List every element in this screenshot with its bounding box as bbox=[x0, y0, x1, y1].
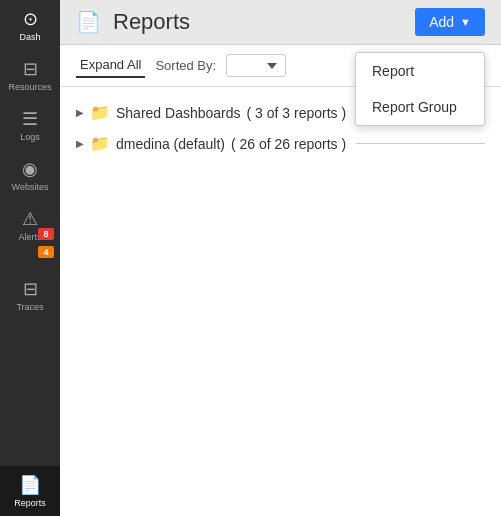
page-header-icon: 📄 bbox=[76, 10, 101, 34]
sorted-by-label: Sorted By: bbox=[155, 58, 216, 73]
expand-all-button[interactable]: Expand All bbox=[76, 53, 145, 78]
websites-icon: ◉ bbox=[22, 158, 38, 180]
folder-icon: 📁 bbox=[90, 103, 110, 122]
sidebar-item-websites[interactable]: ◉ Websites bbox=[0, 150, 60, 200]
add-button[interactable]: Add ▼ bbox=[415, 8, 485, 36]
page-header: 📄 Reports Add ▼ bbox=[60, 0, 501, 45]
page-title: Reports bbox=[113, 9, 403, 35]
folder-icon: 📁 bbox=[90, 134, 110, 153]
expand-chevron-icon[interactable]: ▶ bbox=[76, 138, 84, 149]
alert-badge-red: 8 bbox=[38, 228, 54, 240]
sidebar-label-logs: Logs bbox=[20, 132, 40, 142]
dropdown-item-report-group[interactable]: Report Group bbox=[356, 89, 484, 125]
sidebar-item-resources[interactable]: ⊟ Resources bbox=[0, 50, 60, 100]
sidebar-label-traces: Traces bbox=[16, 302, 43, 312]
sidebar-label-websites: Websites bbox=[12, 182, 49, 192]
group-divider bbox=[356, 143, 485, 144]
report-list: ▶ 📁 Shared Dashboards ( 3 of 3 reports )… bbox=[60, 87, 501, 516]
group-name: Shared Dashboards bbox=[116, 105, 241, 121]
group-count: ( 26 of 26 reports ) bbox=[231, 136, 346, 152]
main-content: 📄 Reports Add ▼ Report Report Group Expa… bbox=[60, 0, 501, 516]
sidebar-item-reports[interactable]: 📄 Reports bbox=[0, 466, 60, 516]
sort-select[interactable] bbox=[226, 54, 286, 77]
dash-icon: ⊙ bbox=[23, 8, 38, 30]
sidebar-item-dash[interactable]: ⊙ Dash bbox=[0, 0, 60, 50]
sidebar-item-logs[interactable]: ☰ Logs bbox=[0, 100, 60, 150]
reports-icon: 📄 bbox=[19, 474, 41, 496]
sidebar-item-traces[interactable]: ⊟ Traces bbox=[0, 270, 60, 320]
sidebar-item-alerts[interactable]: ⚠ Alerts 8 4 bbox=[0, 200, 60, 250]
alert-badge-orange: 4 bbox=[38, 246, 54, 258]
resources-icon: ⊟ bbox=[23, 58, 38, 80]
group-name: dmedina (default) bbox=[116, 136, 225, 152]
expand-chevron-icon[interactable]: ▶ bbox=[76, 107, 84, 118]
add-button-label: Add bbox=[429, 14, 454, 30]
logs-icon: ☰ bbox=[22, 108, 38, 130]
sidebar-label-resources: Resources bbox=[8, 82, 51, 92]
sidebar: ⊙ Dash ⊟ Resources ☰ Logs ◉ Websites ⚠ A… bbox=[0, 0, 60, 516]
sidebar-label-dash: Dash bbox=[19, 32, 40, 42]
report-group-row: ▶ 📁 dmedina (default) ( 26 of 26 reports… bbox=[76, 134, 485, 153]
add-dropdown-menu: Report Report Group bbox=[355, 52, 485, 126]
traces-icon: ⊟ bbox=[23, 278, 38, 300]
add-button-chevron-icon: ▼ bbox=[460, 16, 471, 28]
group-count: ( 3 of 3 reports ) bbox=[247, 105, 347, 121]
alerts-icon: ⚠ bbox=[22, 208, 38, 230]
sidebar-label-reports: Reports bbox=[14, 498, 46, 508]
dropdown-item-report[interactable]: Report bbox=[356, 53, 484, 89]
